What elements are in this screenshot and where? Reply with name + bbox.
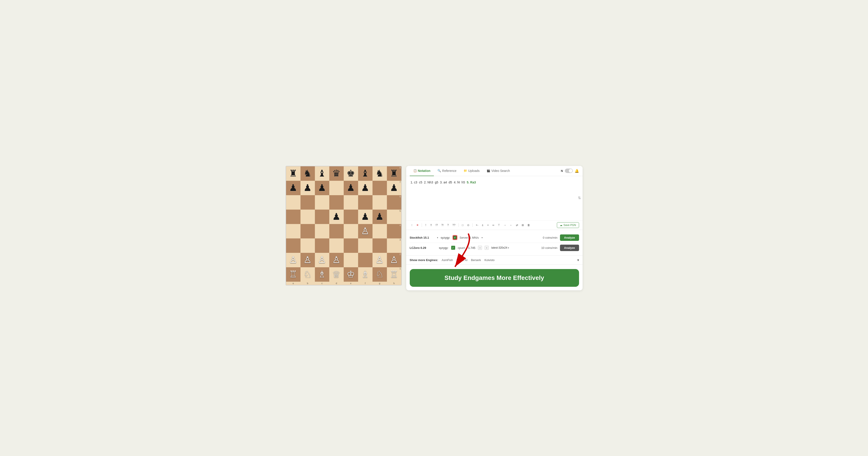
chess-cell-2e[interactable] xyxy=(344,253,358,267)
chess-cell-3d[interactable] xyxy=(329,238,344,253)
toolbar-right-arr[interactable]: → xyxy=(502,223,507,228)
chess-cell-6b[interactable] xyxy=(301,195,315,209)
chess-cell-5e[interactable] xyxy=(344,209,358,224)
toolbar-updown[interactable]: ⇄ xyxy=(515,223,520,228)
toolbar-delete[interactable]: ✕ xyxy=(415,223,420,228)
chess-cell-7e[interactable]: ♟ xyxy=(344,181,358,195)
toolbar-double-exclaim[interactable]: !! xyxy=(429,223,433,228)
chess-cell-3f[interactable] xyxy=(358,238,373,253)
toolbar-double-q[interactable]: ?? xyxy=(451,223,457,228)
chess-cell-2g[interactable]: ♙ xyxy=(373,253,387,267)
toolbar-trash[interactable]: 🗑 xyxy=(526,223,531,228)
chess-cell-7h[interactable]: 7♟ xyxy=(387,181,401,195)
stockfish-dropdown[interactable]: Stockfish 15.1 ▾ xyxy=(410,236,438,239)
chess-cell-3h[interactable]: 3 xyxy=(387,238,401,253)
chess-cell-3c[interactable] xyxy=(315,238,329,253)
chess-cell-1c[interactable]: ♗ xyxy=(315,267,329,282)
chess-cell-4g[interactable] xyxy=(373,224,387,238)
tab-reference[interactable]: 🔍 Reference xyxy=(434,166,460,176)
chess-cell-7d[interactable] xyxy=(329,181,344,195)
toolbar-plus-minus[interactable]: +- xyxy=(474,223,479,228)
bell-icon[interactable]: 🔔 xyxy=(575,169,579,173)
toolbar-inf[interactable]: ∞ xyxy=(491,223,496,228)
chess-cell-4c[interactable] xyxy=(315,224,329,238)
chess-cell-7c[interactable]: ♟ xyxy=(315,181,329,195)
toolbar-square[interactable]: □ xyxy=(461,223,465,228)
chess-cell-1b[interactable]: ♘ xyxy=(301,267,315,282)
chess-cell-5b[interactable] xyxy=(301,209,315,224)
toolbar-equal[interactable]: = xyxy=(486,223,490,228)
chess-cell-2a[interactable]: ♙ xyxy=(286,253,301,267)
save-pgn-button[interactable]: ☁ Save PGN xyxy=(557,222,579,228)
chess-cell-4h[interactable]: 4 xyxy=(387,224,401,238)
chess-cell-1f[interactable]: ♗ xyxy=(358,267,373,282)
chess-cell-5h[interactable]: 5 xyxy=(387,209,401,224)
engine-koivisto[interactable]: Koivisto xyxy=(485,258,495,262)
toolbar-up[interactable]: ↑ xyxy=(410,223,414,228)
engine-berserk[interactable]: Berserk xyxy=(471,258,481,262)
chess-cell-7f[interactable]: ♟ xyxy=(358,181,373,195)
chess-cell-4e[interactable] xyxy=(344,224,358,238)
chess-cell-5a[interactable] xyxy=(286,209,301,224)
more-engines-chevron[interactable]: ▾ xyxy=(577,258,579,262)
cpuct-increment[interactable]: › xyxy=(485,246,489,250)
toolbar-left-arr[interactable]: ← xyxy=(508,223,514,228)
chess-cell-8c[interactable]: ♝ xyxy=(315,166,329,181)
tab-notation[interactable]: 📋 Notation xyxy=(410,166,434,176)
engine-sugai[interactable]: Sugar AI xyxy=(457,258,468,262)
chess-cell-2f[interactable] xyxy=(358,253,373,267)
chess-cell-8f[interactable]: ♝ xyxy=(358,166,373,181)
chess-cell-1g[interactable]: ♘ xyxy=(373,267,387,282)
cpuct-decrement[interactable]: ‹ xyxy=(478,246,482,250)
toolbar-switch[interactable]: ⊞ xyxy=(520,223,525,228)
chess-cell-4b[interactable] xyxy=(301,224,315,238)
chess-cell-5c[interactable] xyxy=(315,209,329,224)
chess-cell-7a[interactable]: ♟ xyxy=(286,181,301,195)
notation-area[interactable]: 1. c3 c5 2. Nh3 g5 3. a4 d5 4. f4 h5 5. … xyxy=(406,176,583,221)
chess-cell-2h[interactable]: 2♙ xyxy=(387,253,401,267)
chess-cell-8a[interactable]: ♜ xyxy=(286,166,301,181)
chess-cell-6g[interactable] xyxy=(373,195,387,209)
chess-cell-5d[interactable]: ♟ xyxy=(329,209,344,224)
chess-cell-4f[interactable]: ♙ xyxy=(358,224,373,238)
chess-cell-5f[interactable]: ♟ xyxy=(358,209,373,224)
engine-asmfish[interactable]: AsmFish xyxy=(442,258,453,262)
chess-cell-2c[interactable]: ♙ xyxy=(315,253,329,267)
chess-cell-8d[interactable]: ♛ xyxy=(329,166,344,181)
toolbar-circle[interactable]: ⊙ xyxy=(466,223,471,228)
chess-cell-6h[interactable]: 6 xyxy=(387,195,401,209)
chess-cell-6f[interactable] xyxy=(358,195,373,209)
chess-cell-3a[interactable] xyxy=(286,238,301,253)
toolbar-pm[interactable]: ± xyxy=(480,223,485,228)
chess-cell-1a[interactable]: ♖ xyxy=(286,267,301,282)
toolbar-exclaim[interactable]: ! xyxy=(424,223,428,228)
toolbar-question[interactable]: ? xyxy=(446,223,450,228)
chess-cell-3e[interactable] xyxy=(344,238,358,253)
chess-cell-8e[interactable]: ♚ xyxy=(344,166,358,181)
tab-video-search[interactable]: 🎬 Video Search xyxy=(483,166,514,176)
resize-handle[interactable]: ⇅ xyxy=(578,195,581,201)
chess-cell-8h[interactable]: 8♜ xyxy=(387,166,401,181)
chess-cell-2d[interactable]: ♙ xyxy=(329,253,344,267)
chess-cell-3b[interactable] xyxy=(301,238,315,253)
chess-cell-6a[interactable] xyxy=(286,195,301,209)
server-dropdown-sf[interactable]: ▾ xyxy=(482,236,483,239)
analyze-button-lc[interactable]: Analyze xyxy=(560,245,579,251)
chess-cell-4d[interactable] xyxy=(329,224,344,238)
syzygy-checkbox-sf[interactable]: ✓ xyxy=(453,235,457,239)
chess-cell-4a[interactable] xyxy=(286,224,301,238)
syzygy-checkbox-lc[interactable]: ✓ xyxy=(451,246,455,250)
toolbar-exclaim-q[interactable]: !? xyxy=(434,223,439,228)
tab-uploads[interactable]: 📁 Uploads xyxy=(460,166,483,176)
chess-cell-7b[interactable]: ♟ xyxy=(301,181,315,195)
chess-cell-1h[interactable]: 1♖ xyxy=(387,267,401,282)
chess-cell-5g[interactable]: ♟ xyxy=(373,209,387,224)
toggle-switch[interactable] xyxy=(565,169,573,173)
toolbar-top[interactable]: ⊤ xyxy=(496,223,501,228)
chess-cell-3g[interactable] xyxy=(373,238,387,253)
toolbar-q-exclaim[interactable]: ?! xyxy=(440,223,445,228)
chess-cell-8b[interactable]: ♞ xyxy=(301,166,315,181)
chess-cell-8g[interactable]: ♞ xyxy=(373,166,387,181)
chess-cell-1d[interactable]: ♕ xyxy=(329,267,344,282)
analyze-button-sf[interactable]: Analyze xyxy=(560,234,579,241)
